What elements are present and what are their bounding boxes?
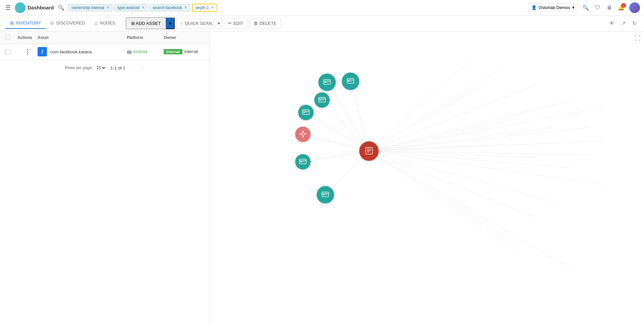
filter-tag-close-depth[interactable]: ✕ — [211, 5, 214, 10]
row-checkbox[interactable] — [5, 49, 10, 54]
tab-label-inventory: INVENTORY — [16, 20, 41, 26]
node-icon-center — [365, 147, 373, 156]
nav-right: 👤 Ostorlab Demos ▾ 🔍 🛡 🖥 🔔 4 — [528, 2, 640, 13]
filter-tag-close-type[interactable]: ✕ — [142, 5, 145, 10]
select-all-checkbox[interactable] — [5, 35, 10, 40]
toolbar-right: 👁 ↗ ↻ — [607, 18, 639, 29]
owner-text: Internal — [184, 49, 198, 54]
user-menu-button[interactable]: 👤 Ostorlab Demos ▾ — [528, 3, 578, 12]
svg-line-16 — [369, 151, 553, 201]
actions-column-header: Actions — [17, 35, 38, 40]
graph-node-center[interactable] — [359, 141, 379, 161]
filter-tag-search: search:facebook✕ — [150, 4, 190, 11]
app-title: Dashboard — [28, 5, 54, 10]
tab-label-nodes: NODES — [100, 20, 115, 26]
node-icon-n2 — [347, 78, 354, 85]
graph-node-n7[interactable] — [317, 186, 334, 203]
graph-fullscreen-button[interactable]: ⛶ — [635, 35, 641, 42]
page-info: 1-1 of 1 — [110, 65, 125, 71]
refresh-icon-button[interactable]: ↻ — [630, 18, 639, 29]
rows-per-page-label: Rows per page: — [65, 65, 93, 70]
monitor-icon-button[interactable]: 🖥 — [605, 3, 613, 12]
svg-line-24 — [369, 151, 537, 158]
user-icon: 👤 — [531, 5, 537, 10]
svg-line-8 — [369, 84, 537, 151]
add-icon: ⊞ — [131, 21, 135, 26]
graph-node-n4[interactable] — [298, 105, 314, 120]
svg-rect-27 — [366, 147, 372, 154]
svg-line-15 — [369, 151, 604, 185]
filter-tag-label: depth:1 — [196, 5, 209, 10]
node-icon-n4 — [302, 109, 310, 116]
svg-line-21 — [369, 60, 470, 151]
next-page-button[interactable]: › — [139, 64, 145, 71]
toolbar: ⊞ INVENTORY⊙ DISCOVERED△ NODES ⊞ ADD ASS… — [0, 15, 644, 32]
edit-button[interactable]: ✏ EDIT — [224, 18, 248, 29]
main-layout: Actions Asset Platform Owner ⋮ f com.fac… — [0, 32, 644, 326]
tabs-container: ⊞ INVENTORY⊙ DISCOVERED△ NODES — [5, 18, 120, 29]
svg-line-19 — [369, 151, 520, 252]
graph-canvas — [210, 32, 644, 326]
tab-icon-discovered: ⊙ — [50, 20, 54, 26]
prev-page-button[interactable]: ‹ — [129, 64, 135, 71]
hide-icon-button[interactable]: 👁 — [607, 18, 616, 29]
tab-discovered[interactable]: ⊙ DISCOVERED — [46, 18, 90, 29]
svg-rect-67 — [323, 194, 324, 195]
filter-tag-label: ownership:internal — [71, 5, 104, 10]
delete-icon: 🗑 — [254, 21, 258, 26]
add-asset-label: ADD ASSET — [136, 21, 161, 26]
graph-panel: ⛶ — [210, 32, 644, 326]
tab-nodes[interactable]: △ NODES — [90, 18, 120, 29]
svg-line-0 — [327, 82, 369, 151]
search-nav-button[interactable]: 🔍 — [581, 3, 590, 12]
graph-node-n1[interactable] — [318, 74, 336, 91]
row-actions-menu[interactable]: ⋮ — [24, 48, 31, 55]
svg-point-52 — [302, 131, 304, 132]
graph-node-n6[interactable] — [295, 154, 311, 170]
rows-per-page-select[interactable]: 15 25 50 — [95, 65, 106, 71]
share-icon-button[interactable]: ↗ — [619, 18, 628, 29]
add-asset-main-button[interactable]: ⊞ ADD ASSET — [126, 17, 166, 29]
svg-rect-33 — [324, 82, 326, 83]
filter-tag-close-search[interactable]: ✕ — [184, 5, 187, 10]
svg-point-54 — [300, 133, 301, 135]
search-button[interactable]: 🔍 — [56, 3, 66, 12]
quick-scan-button[interactable]: ○ QUICK SCAN — [176, 18, 214, 29]
filter-tag-label: search:facebook — [153, 5, 182, 10]
user-dropdown-icon: ▾ — [572, 5, 575, 10]
svg-rect-38 — [348, 81, 350, 82]
platform-label: Android — [133, 49, 147, 54]
table-panel: Actions Asset Platform Owner ⋮ f com.fac… — [0, 32, 210, 326]
svg-rect-43 — [319, 99, 321, 100]
quick-scan-dropdown-button[interactable]: ▾ — [216, 18, 222, 29]
svg-rect-48 — [303, 112, 305, 113]
quick-scan-icon: ○ — [180, 21, 183, 26]
tab-inventory[interactable]: ⊞ INVENTORY — [5, 18, 46, 29]
node-icon-n6 — [299, 159, 307, 165]
filter-tag-close-ownership[interactable]: ✕ — [106, 5, 109, 10]
graph-edges — [210, 32, 644, 326]
svg-line-17 — [369, 151, 537, 218]
hamburger-button[interactable]: ☰ — [4, 3, 12, 13]
platform-badge: 🤖 Android — [127, 49, 164, 54]
filter-tag-depth: depth:1✕ — [192, 4, 217, 12]
graph-node-n5[interactable] — [295, 127, 311, 142]
edit-label: EDIT — [233, 21, 244, 26]
node-icon-n1 — [323, 79, 331, 86]
svg-line-7 — [369, 67, 503, 151]
graph-node-n3[interactable] — [314, 92, 330, 108]
svg-line-1 — [351, 81, 369, 151]
notification-button[interactable]: 🔔 4 — [616, 3, 626, 12]
user-avatar — [629, 2, 640, 13]
svg-line-2 — [322, 100, 369, 151]
shield-icon-button[interactable]: 🛡 — [594, 3, 602, 12]
table-row: ⋮ f com.facebook.katana 🤖 Android Intern… — [0, 44, 209, 60]
add-asset-button-group: ⊞ ADD ASSET ▾ — [126, 17, 175, 29]
graph-node-n2[interactable] — [342, 73, 359, 90]
rows-per-page-container: Rows per page: 15 25 50 — [65, 65, 106, 71]
tab-label-discovered: DISCOVERED — [56, 20, 85, 26]
quick-scan-label: QUICK SCAN — [185, 21, 212, 26]
delete-button[interactable]: 🗑 DELETE — [249, 18, 281, 29]
asset-name: com.facebook.katana — [50, 49, 92, 54]
add-asset-dropdown-button[interactable]: ▾ — [166, 17, 175, 29]
